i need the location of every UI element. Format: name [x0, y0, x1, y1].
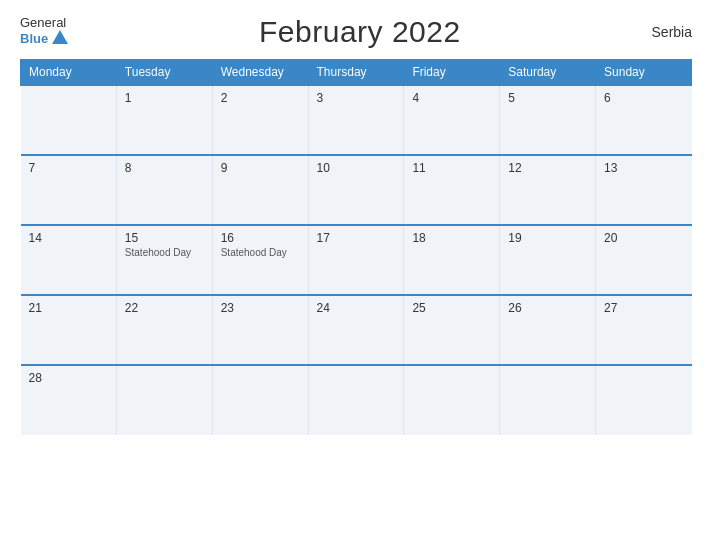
day-number: 12: [508, 161, 587, 175]
day-number: 25: [412, 301, 491, 315]
weekday-header-row: MondayTuesdayWednesdayThursdayFridaySatu…: [21, 60, 692, 86]
day-cell: 4: [404, 85, 500, 155]
day-number: 15: [125, 231, 204, 245]
day-cell: 16Statehood Day: [212, 225, 308, 295]
week-row-2: 78910111213: [21, 155, 692, 225]
day-cell: 17: [308, 225, 404, 295]
header: General Blue February 2022 Serbia: [20, 15, 692, 49]
day-number: 26: [508, 301, 587, 315]
day-cell: 2: [212, 85, 308, 155]
day-number: 20: [604, 231, 683, 245]
day-cell: 6: [596, 85, 692, 155]
day-cell: [596, 365, 692, 435]
day-cell: 8: [116, 155, 212, 225]
day-number: 4: [412, 91, 491, 105]
day-cell: [21, 85, 117, 155]
day-number: 11: [412, 161, 491, 175]
weekday-header-saturday: Saturday: [500, 60, 596, 86]
day-number: 21: [29, 301, 108, 315]
day-cell: 1: [116, 85, 212, 155]
day-number: 27: [604, 301, 683, 315]
weekday-header-sunday: Sunday: [596, 60, 692, 86]
day-cell: 7: [21, 155, 117, 225]
day-cell: 12: [500, 155, 596, 225]
week-row-1: 123456: [21, 85, 692, 155]
day-cell: 11: [404, 155, 500, 225]
day-number: 23: [221, 301, 300, 315]
logo-triangle-icon: [52, 30, 68, 44]
day-number: 28: [29, 371, 108, 385]
day-cell: 26: [500, 295, 596, 365]
day-cell: 15Statehood Day: [116, 225, 212, 295]
day-cell: 22: [116, 295, 212, 365]
day-number: 10: [317, 161, 396, 175]
day-cell: 18: [404, 225, 500, 295]
day-number: 24: [317, 301, 396, 315]
weekday-header-wednesday: Wednesday: [212, 60, 308, 86]
day-number: 17: [317, 231, 396, 245]
day-cell: 23: [212, 295, 308, 365]
weekday-header-thursday: Thursday: [308, 60, 404, 86]
day-number: 5: [508, 91, 587, 105]
day-cell: 19: [500, 225, 596, 295]
day-cell: [500, 365, 596, 435]
day-number: 14: [29, 231, 108, 245]
calendar-page: General Blue February 2022 Serbia Monday…: [0, 0, 712, 550]
svg-marker-0: [52, 30, 68, 44]
day-number: 7: [29, 161, 108, 175]
week-row-3: 1415Statehood Day16Statehood Day17181920: [21, 225, 692, 295]
week-row-5: 28: [21, 365, 692, 435]
day-cell: 9: [212, 155, 308, 225]
day-cell: 20: [596, 225, 692, 295]
day-cell: 13: [596, 155, 692, 225]
calendar-title: February 2022: [259, 15, 461, 49]
day-number: 22: [125, 301, 204, 315]
day-cell: [308, 365, 404, 435]
day-cell: 3: [308, 85, 404, 155]
day-cell: 21: [21, 295, 117, 365]
event-label: Statehood Day: [221, 247, 300, 258]
day-number: 9: [221, 161, 300, 175]
day-cell: 27: [596, 295, 692, 365]
day-cell: 25: [404, 295, 500, 365]
day-number: 8: [125, 161, 204, 175]
day-number: 2: [221, 91, 300, 105]
weekday-header-tuesday: Tuesday: [116, 60, 212, 86]
day-number: 1: [125, 91, 204, 105]
logo: General Blue: [20, 16, 68, 49]
day-cell: [116, 365, 212, 435]
day-number: 13: [604, 161, 683, 175]
calendar-body: 123456789101112131415Statehood Day16Stat…: [21, 85, 692, 435]
day-cell: 14: [21, 225, 117, 295]
day-cell: 24: [308, 295, 404, 365]
weekday-header-friday: Friday: [404, 60, 500, 86]
weekday-header-monday: Monday: [21, 60, 117, 86]
day-cell: 10: [308, 155, 404, 225]
day-cell: [212, 365, 308, 435]
day-cell: [404, 365, 500, 435]
day-number: 18: [412, 231, 491, 245]
country-label: Serbia: [652, 24, 692, 40]
day-number: 16: [221, 231, 300, 245]
logo-blue-text: Blue: [20, 32, 48, 46]
event-label: Statehood Day: [125, 247, 204, 258]
logo-general-text: General: [20, 16, 66, 30]
day-number: 6: [604, 91, 683, 105]
calendar-header: MondayTuesdayWednesdayThursdayFridaySatu…: [21, 60, 692, 86]
day-cell: 28: [21, 365, 117, 435]
calendar-table: MondayTuesdayWednesdayThursdayFridaySatu…: [20, 59, 692, 435]
day-number: 19: [508, 231, 587, 245]
week-row-4: 21222324252627: [21, 295, 692, 365]
day-cell: 5: [500, 85, 596, 155]
day-number: 3: [317, 91, 396, 105]
